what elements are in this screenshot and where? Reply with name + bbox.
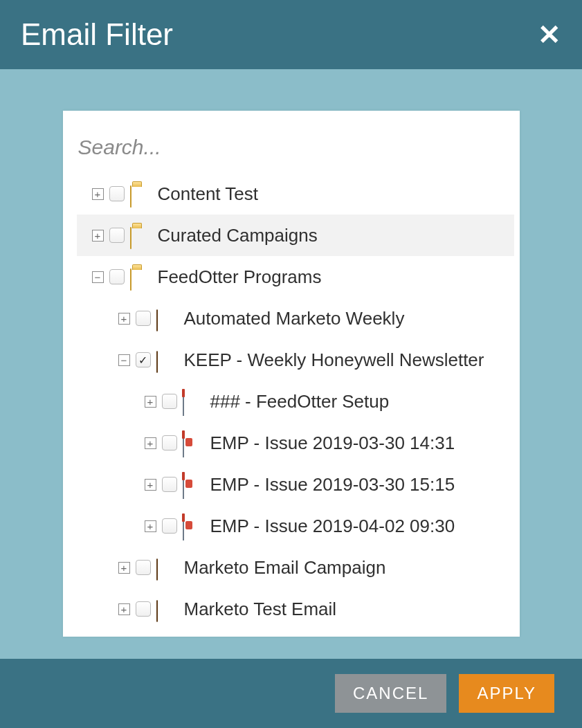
tree-row[interactable]: +EMP - Issue 2019-04-02 09:30 (77, 505, 514, 547)
tree-item-label: EMP - Issue 2019-03-30 15:15 (209, 474, 455, 495)
dialog-body: +Content Test+Curated Campaigns−FeedOtte… (0, 69, 582, 659)
tree-item-label: Marketo Test Email (183, 599, 337, 620)
tree-row[interactable]: +Curated Campaigns (77, 215, 514, 256)
dialog-title: Email Filter (21, 17, 173, 52)
program-icon (156, 310, 177, 327)
plus-icon[interactable]: + (118, 313, 130, 325)
tree-item-label: Marketo Email Campaign (183, 557, 386, 579)
plus-icon[interactable]: + (118, 562, 130, 574)
panel: +Content Test+Curated Campaigns−FeedOtte… (63, 111, 520, 637)
cancel-button[interactable]: CANCEL (335, 674, 446, 713)
checkbox[interactable] (109, 269, 125, 284)
checkbox[interactable] (162, 518, 177, 534)
minus-icon[interactable]: − (118, 354, 130, 366)
folder-icon (130, 269, 151, 285)
plus-icon[interactable]: + (92, 230, 104, 242)
tree-row[interactable]: +Content Test (77, 173, 514, 215)
close-icon[interactable]: ✕ (538, 19, 561, 51)
plus-icon[interactable]: + (92, 188, 104, 200)
tree-item-label: Curated Campaigns (156, 225, 318, 246)
folder-icon (130, 185, 151, 202)
tree-item-label: Automated Marketo Weekly (183, 308, 405, 329)
tree-row[interactable]: −FeedOtter Programs (77, 256, 514, 298)
tree-row[interactable]: +### - FeedOtter Setup (77, 381, 514, 422)
checkbox[interactable] (162, 435, 177, 451)
minus-icon[interactable]: − (92, 271, 104, 283)
search-input[interactable] (77, 130, 514, 173)
tree-item-label: EMP - Issue 2019-03-30 14:31 (209, 433, 455, 454)
plus-icon[interactable]: + (145, 396, 156, 408)
tree-row[interactable]: −✓KEEP - Weekly Honeywell Newsletter (77, 339, 514, 381)
tree-row[interactable]: +Automated Marketo Weekly (77, 298, 514, 339)
tree-item-label: FeedOtter Programs (156, 266, 322, 288)
dialog-header: Email Filter ✕ (0, 0, 582, 69)
plus-icon[interactable]: + (118, 603, 130, 615)
tree-item-label: Content Test (156, 183, 259, 205)
tree-item-label: KEEP - Weekly Honeywell Newsletter (183, 349, 484, 371)
program-icon (156, 559, 177, 576)
plus-icon[interactable]: + (145, 479, 156, 491)
folder-icon (130, 227, 151, 244)
tree: +Content Test+Curated Campaigns−FeedOtte… (77, 173, 514, 630)
program-icon (156, 601, 177, 617)
plus-icon[interactable]: + (145, 437, 156, 449)
mailbox-icon (183, 518, 203, 534)
tree-row[interactable]: +Marketo Test Email (77, 588, 514, 630)
tree-row[interactable]: +EMP - Issue 2019-03-30 15:15 (77, 464, 514, 505)
mailbox-icon (183, 393, 203, 410)
tree-row[interactable]: +EMP - Issue 2019-03-30 14:31 (77, 422, 514, 464)
program-icon (156, 352, 177, 368)
tree-scroll[interactable]: +Content Test+Curated Campaigns−FeedOtte… (77, 173, 514, 631)
checkbox[interactable] (136, 601, 151, 617)
dialog-footer: CANCEL APPLY (0, 659, 582, 728)
tree-item-label: ### - FeedOtter Setup (209, 391, 390, 412)
checkbox[interactable]: ✓ (136, 352, 151, 367)
tree-item-label: EMP - Issue 2019-04-02 09:30 (209, 516, 455, 537)
mailbox-icon (183, 435, 203, 451)
checkbox[interactable] (162, 394, 177, 409)
apply-button[interactable]: APPLY (459, 674, 554, 713)
checkbox[interactable] (136, 560, 151, 575)
tree-row[interactable]: +Marketo Email Campaign (77, 547, 514, 588)
checkbox[interactable] (109, 186, 125, 201)
checkbox[interactable] (162, 477, 177, 492)
checkbox[interactable] (109, 228, 125, 243)
checkbox[interactable] (136, 311, 151, 326)
email-filter-dialog: Email Filter ✕ +Content Test+Curated Cam… (0, 0, 582, 728)
mailbox-icon (183, 476, 203, 493)
plus-icon[interactable]: + (145, 520, 156, 532)
